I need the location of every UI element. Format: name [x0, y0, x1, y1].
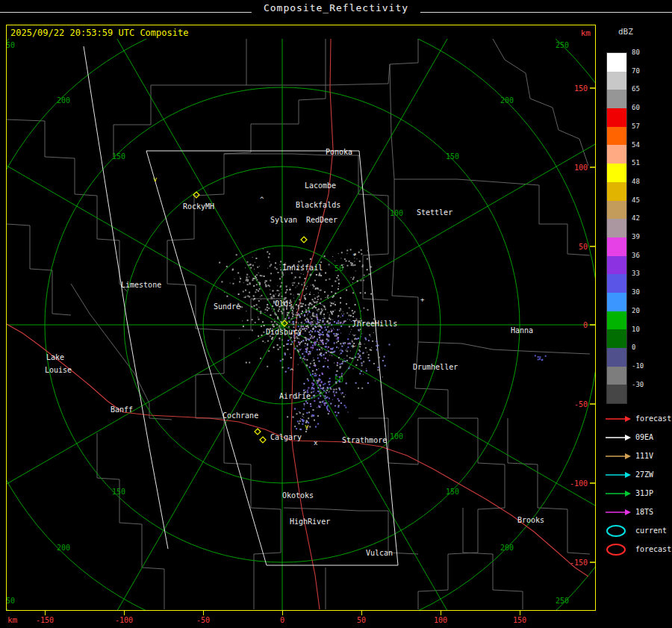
echo-pixel	[292, 310, 293, 311]
echo-pixel	[305, 321, 307, 323]
echo-pixel	[539, 356, 541, 358]
colorbar-segment	[607, 164, 626, 182]
range-label: 150	[112, 152, 125, 161]
echo-pixel	[343, 264, 344, 265]
echo-pixel	[315, 307, 317, 308]
echo-pixel	[259, 266, 260, 267]
city-label: Lake	[46, 353, 64, 361]
echo-pixel	[318, 342, 319, 343]
colorbar-value-label: 57	[632, 122, 640, 130]
echo-pixel	[312, 347, 314, 349]
echo-pixel	[297, 338, 299, 339]
echo-pixel	[271, 308, 272, 309]
echo-pixel	[310, 317, 311, 317]
echo-pixel	[319, 349, 320, 350]
echo-pixel	[296, 428, 297, 429]
echo-pixel	[349, 357, 351, 358]
echo-pixel	[299, 294, 300, 296]
echo-pixel	[230, 283, 231, 284]
echo-pixel	[305, 343, 306, 344]
echo-pixel	[280, 264, 281, 265]
echo-pixel	[312, 361, 313, 361]
echo-pixel	[325, 330, 326, 331]
echo-pixel	[252, 279, 254, 281]
county-line	[394, 179, 539, 185]
colorbar-value-label: 0	[632, 343, 635, 351]
right-axis-label: -100	[570, 479, 588, 488]
echo-pixel	[328, 298, 329, 299]
echo-pixel	[313, 359, 314, 361]
echo-pixel	[302, 358, 304, 359]
echo-pixel	[247, 264, 248, 265]
echo-pixel	[352, 340, 352, 341]
echo-pixel	[294, 426, 296, 427]
echo-pixel	[337, 341, 339, 342]
echo-pixel	[337, 362, 337, 363]
echo-pixel	[349, 307, 350, 308]
echo-pixel	[314, 388, 314, 389]
echo-pixel	[360, 358, 361, 359]
echo-pixel	[318, 308, 320, 310]
echo-pixel	[300, 429, 302, 430]
echo-pixel	[299, 296, 300, 297]
echo-pixel	[312, 338, 314, 339]
echo-pixel	[249, 292, 250, 293]
echo-pixel	[303, 274, 304, 275]
echo-pixel	[349, 326, 350, 327]
map-symbol-icon: v	[305, 423, 308, 430]
echo-pixel	[363, 361, 364, 362]
colorbar-segment	[607, 293, 626, 311]
echo-pixel	[365, 347, 367, 349]
echo-pixel	[299, 357, 301, 358]
echo-pixel	[349, 320, 350, 320]
echo-pixel	[292, 416, 293, 417]
echo-pixel	[322, 349, 323, 350]
echo-pixel	[252, 329, 253, 331]
echo-pixel	[221, 281, 223, 282]
echo-pixel	[329, 355, 330, 355]
echo-pixel	[259, 288, 261, 290]
echo-pixel	[306, 412, 308, 414]
echo-pixel	[327, 360, 329, 361]
precip-echoes	[216, 249, 546, 432]
echo-pixel	[317, 382, 319, 383]
echo-pixel	[346, 303, 347, 305]
echo-pixel	[298, 364, 299, 365]
echo-pixel	[309, 293, 311, 295]
echo-pixel	[250, 267, 252, 269]
echo-pixel	[334, 329, 335, 330]
echo-pixel	[314, 420, 315, 421]
echo-pixel	[323, 334, 324, 335]
echo-pixel	[346, 382, 347, 384]
echo-pixel	[302, 322, 302, 323]
echo-pixel	[346, 261, 347, 262]
echo-pixel	[361, 311, 361, 311]
echo-pixel	[264, 282, 266, 284]
echo-pixel	[293, 282, 295, 284]
echo-pixel	[308, 411, 310, 413]
echo-pixel	[310, 405, 311, 407]
echo-pixel	[294, 340, 296, 341]
echo-pixel	[287, 340, 289, 341]
echo-pixel	[333, 303, 335, 305]
echo-pixel	[357, 280, 358, 282]
echo-pixel	[317, 407, 317, 408]
echo-pixel	[243, 282, 244, 283]
echo-pixel	[308, 387, 309, 388]
echo-pixel	[350, 332, 351, 332]
echo-pixel	[318, 378, 320, 379]
echo-pixel	[340, 349, 341, 350]
legend-item: 31JP	[605, 484, 672, 503]
echo-pixel	[341, 373, 343, 375]
echo-pixel	[247, 320, 249, 321]
echo-pixel	[261, 275, 263, 276]
echo-pixel	[286, 308, 287, 310]
echo-pixel	[323, 358, 324, 358]
echo-pixel	[327, 326, 329, 328]
echo-pixel	[344, 358, 345, 359]
radar-map-display[interactable]: 2502001505010015020025015020025050100150…	[7, 39, 595, 610]
echo-pixel	[348, 412, 349, 413]
echo-pixel	[372, 341, 373, 342]
echo-pixel	[367, 258, 368, 260]
echo-pixel	[329, 385, 329, 385]
